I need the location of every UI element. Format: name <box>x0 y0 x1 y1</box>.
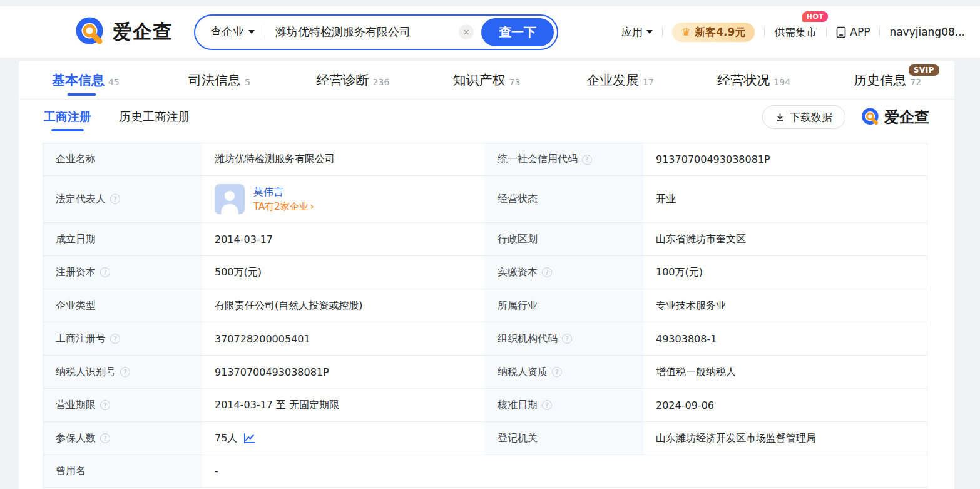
field-value-text: 有限责任公司(自然人投资或控股) <box>215 299 362 312</box>
brand-text: 爱企查 <box>884 107 929 127</box>
tab-label: 司法信息 <box>188 71 241 89</box>
company-info-table: 企业名称潍坊优特检测服务有限公司统一社会信用代码?913707004930380… <box>43 143 927 487</box>
tab-司法信息[interactable]: 司法信息5 <box>153 61 287 99</box>
help-icon[interactable]: ? <box>562 334 572 344</box>
field-value: 49303808-1 <box>643 322 927 355</box>
field-value: 开业 <box>643 176 927 222</box>
help-icon[interactable]: ? <box>120 367 130 377</box>
field-label: 实缴资本? <box>485 256 643 289</box>
legal-rep-name-link[interactable]: 莫伟言 <box>253 186 314 199</box>
field-value-text: 370728200005401 <box>215 333 310 345</box>
nav-market-label: 供需集市 <box>774 25 817 39</box>
help-icon[interactable]: ? <box>110 194 120 204</box>
field-label: 纳税人资质? <box>485 356 643 388</box>
field-value: 2014-03-17 <box>202 223 485 255</box>
tab-经营诊断[interactable]: 经营诊断236 <box>286 61 420 99</box>
field-label: 工商注册号? <box>43 322 202 355</box>
tab-经营状况[interactable]: 经营状况194 <box>687 61 821 99</box>
site-logo[interactable]: 爱企查 <box>74 16 173 48</box>
promo-label: 新客4.9元 <box>695 25 745 39</box>
table-row: 企业类型有限责任公司(自然人投资或控股)所属行业专业技术服务业 <box>43 289 927 322</box>
tab-count: 236 <box>373 77 390 87</box>
table-row: 法定代表人?莫伟言TA有2家企业›经营状态开业 <box>43 176 927 223</box>
field-label-text: 纳税人识别号 <box>56 366 116 379</box>
hot-badge: HOT <box>802 11 829 22</box>
search-category-dropdown[interactable]: 查企业 <box>195 24 255 39</box>
nav-separator <box>764 27 765 37</box>
field-label: 曾用名 <box>43 455 202 487</box>
help-icon[interactable]: ? <box>100 433 110 443</box>
help-icon[interactable]: ? <box>552 367 562 377</box>
new-user-promo-badge[interactable]: ♛ 新客4.9元 <box>672 23 755 42</box>
chevron-down-icon <box>248 30 255 34</box>
field-value: 91370700493038081P <box>643 143 927 175</box>
subtab-business-registration[interactable]: 工商注册 <box>44 100 91 134</box>
field-label: 核准日期? <box>485 389 643 421</box>
help-icon[interactable]: ? <box>582 155 592 165</box>
tab-label: 经营诊断 <box>317 71 369 89</box>
related-companies-link[interactable]: TA有2家企业› <box>253 201 314 213</box>
field-label: 法定代表人? <box>43 176 202 222</box>
header-nav: 应用 ♛ 新客4.9元 供需集市 HOT APP navyjiang08... <box>621 23 965 42</box>
nav-apps[interactable]: 应用 <box>621 25 653 39</box>
download-data-button[interactable]: 下载数据 <box>762 105 845 129</box>
tab-label: 经营状况 <box>717 71 770 89</box>
field-value: 500万(元) <box>202 256 485 289</box>
field-value-text: 2024-09-06 <box>656 399 714 411</box>
user-account[interactable]: navyjiang08... <box>889 26 965 38</box>
tab-历史信息[interactable]: 历史信息72SVIP <box>820 61 954 99</box>
search-input[interactable] <box>275 26 459 39</box>
field-value-text: 49303808-1 <box>656 333 717 345</box>
search-box: 查企业 × 查一下 <box>194 14 558 50</box>
table-row: 注册资本?500万(元)实缴资本?100万(元) <box>43 256 927 289</box>
phone-icon <box>836 26 846 38</box>
field-label-text: 成立日期 <box>56 233 96 246</box>
username: navyjiang08... <box>889 26 965 38</box>
nav-separator <box>826 27 827 37</box>
help-icon[interactable]: ? <box>100 400 110 410</box>
help-icon[interactable]: ? <box>100 267 110 277</box>
field-value: 有限责任公司(自然人投资或控股) <box>202 289 485 322</box>
field-value: 2014-03-17 至 无固定期限 <box>202 389 485 421</box>
nav-app-download[interactable]: APP <box>836 26 870 38</box>
help-icon[interactable]: ? <box>542 400 552 410</box>
clear-search-icon[interactable]: × <box>459 24 474 39</box>
field-label-text: 实缴资本 <box>498 266 538 279</box>
help-icon[interactable]: ? <box>110 334 120 344</box>
tab-企业发展[interactable]: 企业发展17 <box>553 61 687 99</box>
nav-market[interactable]: 供需集市 HOT <box>774 25 817 39</box>
field-value-text: 山东潍坊经济开发区市场监督管理局 <box>656 432 816 445</box>
tab-count: 17 <box>643 77 654 87</box>
nav-separator <box>879 27 880 37</box>
field-label: 企业名称 <box>43 143 202 175</box>
field-value-text: 91370700493038081P <box>656 153 770 165</box>
page-top-strip <box>0 0 980 6</box>
tab-知识产权[interactable]: 知识产权73 <box>420 61 554 99</box>
table-row: 成立日期2014-03-17行政区划山东省潍坊市奎文区 <box>43 223 927 256</box>
related-companies-text: TA有2家企业 <box>253 201 309 213</box>
tab-基本信息[interactable]: 基本信息45 <box>19 61 153 99</box>
field-value: 莫伟言TA有2家企业› <box>202 176 485 222</box>
help-icon[interactable]: ? <box>542 267 552 277</box>
field-label: 注册资本? <box>43 256 202 289</box>
field-value-text: 500万(元) <box>215 266 262 279</box>
field-label: 参保人数? <box>43 422 202 455</box>
trend-chart-icon[interactable] <box>243 433 256 444</box>
field-value-text: 91370700493038081P <box>215 366 329 378</box>
field-label-text: 营业期限 <box>56 399 96 412</box>
chevron-right-icon: › <box>310 201 314 212</box>
field-value-text: 2014-03-17 <box>215 234 273 245</box>
field-label-text: 核准日期 <box>498 399 538 412</box>
field-label-text: 纳税人资质 <box>498 366 548 379</box>
tab-count: 72 <box>910 77 921 87</box>
person-avatar[interactable] <box>215 184 245 214</box>
subtab-history-registration[interactable]: 历史工商注册 <box>119 100 190 134</box>
field-label-text: 统一社会信用代码 <box>498 153 578 166</box>
field-value: 专业技术服务业 <box>643 289 927 322</box>
table-row: 纳税人识别号?91370700493038081P纳税人资质?增值税一般纳税人 <box>43 356 927 389</box>
field-label: 登记机关 <box>485 422 643 455</box>
tab-count: 45 <box>108 77 120 87</box>
nav-separator <box>662 27 663 37</box>
search-button[interactable]: 查一下 <box>481 18 554 46</box>
download-icon <box>775 113 785 122</box>
